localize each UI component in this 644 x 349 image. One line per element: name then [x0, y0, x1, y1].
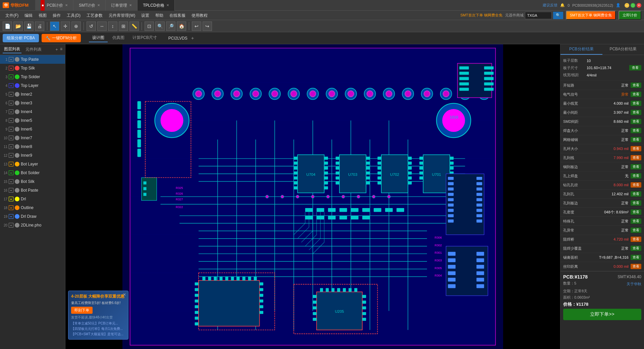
- select-tool-button[interactable]: ↖: [50, 21, 59, 31]
- minimize-button[interactable]: ─: [625, 3, 629, 8]
- pcba-analysis-tab[interactable]: PCBA分析结果: [602, 44, 644, 55]
- analysis-view-button[interactable]: 查看: [631, 246, 641, 251]
- layer-vis-toggle[interactable]: ●: [9, 101, 13, 105]
- layer-vis-toggle[interactable]: ●: [9, 188, 13, 193]
- tab-order-close[interactable]: ✕: [129, 0, 132, 11]
- open-file-button[interactable]: 📂: [13, 21, 23, 31]
- print-button[interactable]: 🖨: [35, 21, 44, 31]
- tab-tplcd-close[interactable]: ✕: [166, 0, 169, 11]
- layer-vis-toggle[interactable]: ●: [9, 109, 13, 114]
- menu-edit[interactable]: 编辑: [22, 11, 35, 20]
- layer-vis-toggle[interactable]: ●: [9, 153, 13, 158]
- flip-h-button[interactable]: ↔: [97, 21, 107, 31]
- layer-item-bot-layer[interactable]: 13 ● Bot Layer: [0, 160, 65, 168]
- flip-v-button[interactable]: ↕: [108, 21, 117, 31]
- menu-components[interactable]: 元件库管理(W): [106, 11, 138, 20]
- zoom-in-button[interactable]: 🔍: [155, 21, 165, 31]
- analysis-view-button[interactable]: 查看: [631, 164, 641, 169]
- layer-vis-toggle[interactable]: ●: [9, 92, 13, 97]
- layer-vis-toggle[interactable]: ●: [9, 205, 13, 210]
- align-button[interactable]: ⊞: [119, 21, 128, 31]
- analysis-view-button[interactable]: 查看: [631, 255, 641, 260]
- analysis-view-button[interactable]: 查看: [631, 182, 641, 188]
- order-button[interactable]: 立即下单>>: [563, 309, 641, 320]
- board-size-view-button[interactable]: 查看: [629, 65, 641, 70]
- hua-link[interactable]: 关于华秋: [627, 282, 641, 287]
- analysis-view-button[interactable]: 查看: [631, 200, 641, 206]
- menu-help[interactable]: 帮助: [153, 11, 166, 20]
- measure-button[interactable]: 📏: [129, 21, 139, 31]
- zoom-fit-button[interactable]: ⊡: [145, 21, 154, 31]
- analysis-view-button[interactable]: 查看: [631, 92, 641, 97]
- tab-smt-close[interactable]: ✕: [97, 0, 100, 11]
- menu-tools[interactable]: 工具(D): [64, 11, 83, 20]
- analysis-view-button[interactable]: 查看: [631, 228, 641, 233]
- analysis-view-button[interactable]: 查看: [631, 137, 641, 142]
- new-file-button[interactable]: 📄: [3, 21, 12, 31]
- tab-pcb-size[interactable]: 计算PCB尺寸: [129, 34, 160, 42]
- layer-vis-toggle[interactable]: ●: [9, 197, 13, 201]
- smt-promo-button[interactable]: SMT首次下单 钢网费全免: [566, 11, 616, 20]
- ad-link-1[interactable]: 【常单立减50元】PCB订单元...: [71, 321, 125, 326]
- menu-view[interactable]: 视图: [36, 11, 49, 20]
- undo-button[interactable]: ↩: [192, 21, 201, 31]
- analysis-view-button[interactable]: 查看: [631, 101, 641, 106]
- ad-link-2[interactable]: 【四望板元元打样】每月1次免费...: [71, 327, 125, 331]
- analysis-view-button[interactable]: 查看: [631, 264, 641, 269]
- layer-item-drl-draw[interactable]: 19 ● Drl Draw: [0, 212, 65, 221]
- layer-item-top-paste[interactable]: 1 ● Top Paste: [0, 55, 65, 64]
- save-button[interactable]: 💾: [24, 21, 34, 31]
- layer-vis-toggle[interactable]: ●: [9, 118, 13, 123]
- pcb-analysis-tab[interactable]: PCB分析结果: [560, 44, 602, 55]
- layer-options-button[interactable]: ≡: [60, 47, 62, 52]
- layer-item-inner5[interactable]: 8 ● Inner5: [0, 116, 65, 125]
- analysis-view-button[interactable]: 查看: [631, 209, 641, 215]
- redo-button[interactable]: ↪: [203, 21, 212, 31]
- dfm-button[interactable]: 🔧 一键DFM分析: [42, 34, 81, 42]
- layer-vis-toggle[interactable]: ●: [9, 83, 13, 88]
- analysis-view-button[interactable]: 查看: [631, 218, 641, 224]
- search-button[interactable]: 🔍: [553, 12, 563, 19]
- pointer-tool-button[interactable]: ✛: [61, 21, 70, 31]
- layer-list-tab[interactable]: 图层列表: [3, 46, 21, 53]
- layer-vis-toggle[interactable]: ●: [9, 127, 13, 132]
- move-tool-button[interactable]: ⊕: [71, 21, 81, 31]
- ad-order-button[interactable]: 即刻下单: [71, 307, 93, 314]
- rotate-button[interactable]: ↺: [87, 21, 96, 31]
- menu-support[interactable]: 在线客服: [167, 11, 188, 20]
- zoom-out-button[interactable]: 🔎: [166, 21, 175, 31]
- layer-vis-toggle[interactable]: ●: [9, 74, 13, 79]
- layer-item-inner4[interactable]: 7 ● Inner4: [0, 107, 65, 116]
- layer-item-outline[interactable]: 18 ● Outline: [0, 203, 65, 212]
- layer-item-bot-solder[interactable]: 14 ● Bot Solder: [0, 168, 65, 177]
- analysis-view-button[interactable]: 查看: [631, 173, 641, 179]
- analysis-view-button[interactable]: 查看: [631, 128, 641, 133]
- layer-item-top-layer[interactable]: 4 ● Top Layer: [0, 81, 65, 90]
- analysis-view-button[interactable]: 查看: [631, 237, 641, 242]
- home-button[interactable]: 🏠: [177, 21, 186, 31]
- layer-vis-toggle[interactable]: ●: [9, 170, 13, 175]
- tab-tplcd[interactable]: TPLCD价格 ✕: [138, 0, 174, 11]
- layer-item-inner8[interactable]: 11 ● Inner8: [0, 142, 65, 151]
- add-tab-button[interactable]: ＋: [190, 35, 195, 41]
- menu-process[interactable]: 工艺参数: [84, 11, 105, 20]
- layer-item-inner6[interactable]: 9 ● Inner6: [0, 125, 65, 134]
- ad-close-button[interactable]: ✕: [123, 292, 126, 297]
- layer-item-inner7[interactable]: 10 ● Inner7: [0, 134, 65, 142]
- pcb-canvas[interactable]: U704 U703: [65, 44, 560, 349]
- notify-icon[interactable]: 🔔: [560, 3, 565, 7]
- analysis-view-button[interactable]: 查看: [631, 110, 641, 115]
- layer-vis-toggle[interactable]: ●: [9, 144, 13, 149]
- layer-vis-toggle[interactable]: ●: [9, 162, 13, 166]
- user-icon[interactable]: 👤: [616, 3, 621, 7]
- add-layer-button[interactable]: ＋: [55, 47, 59, 52]
- layer-vis-toggle[interactable]: ●: [9, 179, 13, 184]
- layer-vis-toggle[interactable]: ●: [9, 223, 13, 228]
- tab-pcb-close[interactable]: ✕: [65, 0, 68, 11]
- search-input[interactable]: [525, 12, 552, 19]
- menu-tutorial[interactable]: 使用教程: [189, 11, 210, 20]
- layer-item-bot-paste[interactable]: 16 ● Bot Paste: [0, 186, 65, 195]
- tab-smt[interactable]: SMT计价 ✕: [73, 0, 106, 11]
- tab-order[interactable]: 订单管理 ✕: [106, 0, 138, 11]
- tab-design[interactable]: 设计图: [89, 34, 108, 42]
